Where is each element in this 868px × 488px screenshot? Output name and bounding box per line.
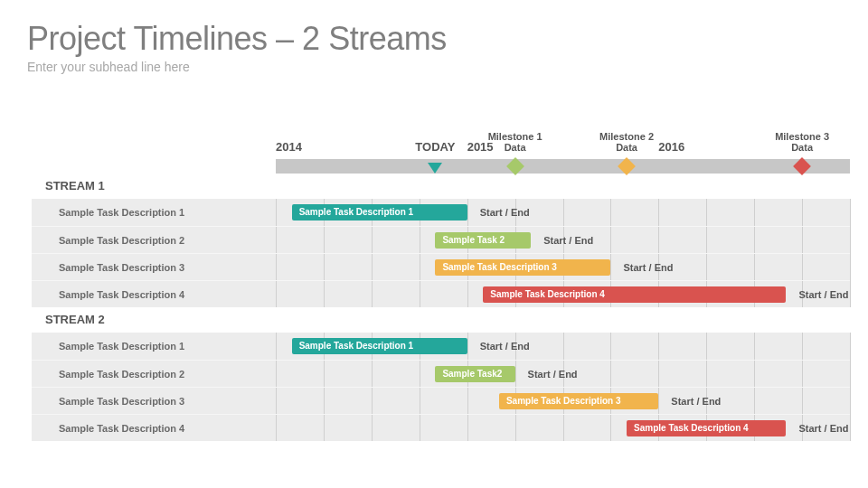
year-label: 2014 (276, 140, 302, 154)
task-label: Sample Task Description 3 (32, 388, 258, 414)
task-label: Sample Task Description 2 (32, 361, 258, 387)
milestone-label: Milestone 1 Data (488, 131, 542, 154)
task-startend-label: Start / End (543, 227, 593, 254)
milestone-label: Milestone 3 Data (775, 131, 829, 154)
header-band (276, 159, 850, 174)
task-startend-label: Start / End (480, 333, 530, 360)
timeline-header: 201420152016TODAYMilestone 1 DataMilesto… (32, 110, 850, 174)
task-row: Sample Task Description 4Sample Task Des… (32, 280, 850, 307)
task-label: Sample Task Description 4 (32, 281, 258, 307)
task-bar: Sample Task Description 4 (483, 286, 786, 303)
task-startend-label: Start / End (623, 254, 673, 281)
task-bar: Sample Task Description 3 (435, 259, 610, 276)
task-startend-label: Start / End (671, 388, 721, 415)
page-title: Project Timelines – 2 Streams (27, 20, 841, 58)
gantt-chart: 201420152016TODAYMilestone 1 DataMilesto… (27, 110, 841, 441)
today-label: TODAY (415, 140, 455, 154)
task-bar: Sample Task2 (435, 366, 514, 382)
task-row: Sample Task Description 2Sample Task2Sta… (32, 360, 850, 387)
task-row: Sample Task Description 4Sample Task Des… (32, 414, 850, 441)
gridline (850, 199, 851, 307)
task-row: Sample Task Description 2Sample Task 2St… (32, 226, 850, 253)
page-subtitle: Enter your subhead line here (27, 60, 841, 74)
stream-grid: Sample Task Description 1Sample Task Des… (32, 333, 850, 441)
milestone-label: Milestone 2 Data (599, 131, 654, 154)
task-label: Sample Task Description 3 (32, 254, 258, 280)
gridline (850, 333, 851, 441)
task-startend-label: Start / End (528, 361, 578, 388)
task-label: Sample Task Description 4 (32, 415, 258, 441)
task-bar: Sample Task Description 1 (292, 204, 467, 221)
task-bar: Sample Task 2 (435, 232, 531, 249)
task-label: Sample Task Description 1 (32, 199, 258, 226)
stream-label: STREAM 1 (32, 174, 850, 199)
stream-grid: Sample Task Description 1Sample Task Des… (32, 199, 850, 307)
task-startend-label: Start / End (480, 199, 530, 226)
task-bar: Sample Task Description 3 (499, 393, 658, 409)
task-row: Sample Task Description 1Sample Task Des… (32, 333, 850, 360)
task-startend-label: Start / End (798, 415, 848, 442)
task-bar: Sample Task Description 1 (292, 338, 467, 354)
task-row: Sample Task Description 3Sample Task Des… (32, 387, 850, 414)
task-row: Sample Task Description 3Sample Task Des… (32, 253, 850, 280)
task-row: Sample Task Description 1Sample Task Des… (32, 199, 850, 226)
year-label: 2016 (658, 140, 684, 154)
task-bar: Sample Task Description 4 (627, 420, 786, 436)
stream-label: STREAM 2 (32, 307, 850, 333)
today-marker-icon (428, 163, 442, 174)
task-label: Sample Task Description 2 (32, 227, 258, 253)
task-startend-label: Start / End (798, 281, 848, 308)
task-label: Sample Task Description 1 (32, 333, 258, 360)
